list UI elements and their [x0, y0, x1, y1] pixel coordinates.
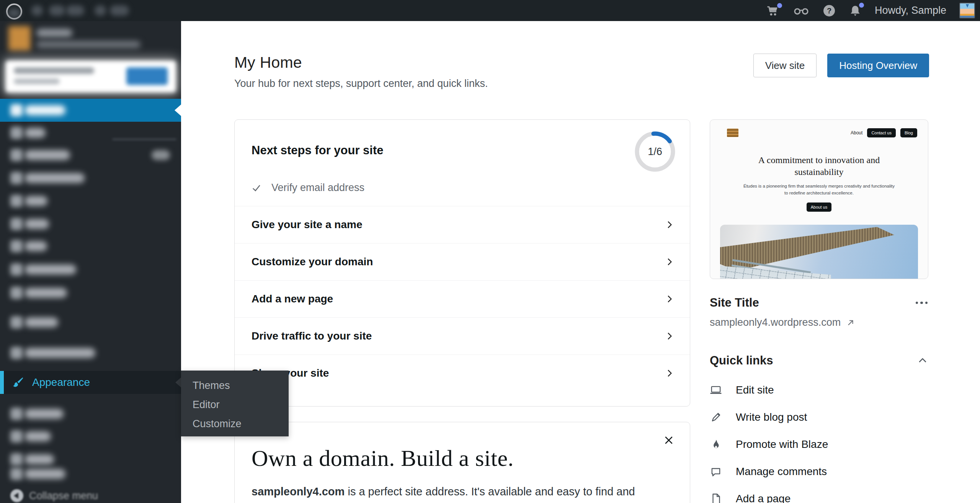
- redacted-site-domain: [36, 41, 140, 48]
- redacted-text-line: [14, 67, 94, 74]
- redacted-label: [24, 317, 58, 327]
- home-icon: [10, 104, 23, 116]
- admin-bar: ? Howdy, Sample: [0, 0, 980, 21]
- redacted-label: [24, 288, 67, 298]
- own-domain-body: sampleonly4.com is a perfect site addres…: [252, 483, 665, 503]
- sidebar-item-my-home[interactable]: [0, 99, 181, 122]
- quick-link-edit-site[interactable]: Edit site: [710, 381, 928, 399]
- chevron-right-icon: [665, 257, 675, 267]
- selected-item-arrow: [175, 105, 181, 116]
- sidebar-collapse-menu[interactable]: Collapse menu: [0, 485, 181, 503]
- task-row-site-name[interactable]: Give your site a name: [235, 206, 690, 243]
- preview-hero-photo: [720, 225, 918, 279]
- site-title: Site Title: [710, 296, 759, 310]
- site-preview-card[interactable]: About Contact us Blog A commitment to in…: [710, 119, 928, 279]
- close-icon[interactable]: [662, 434, 675, 447]
- svg-text:?: ?: [827, 7, 831, 15]
- redacted-label: [24, 196, 47, 206]
- redacted-site-title: [36, 29, 72, 37]
- preview-site-logo: [727, 129, 738, 137]
- sidebar-item-redacted-5[interactable]: [0, 213, 181, 235]
- sidebar-item-redacted-9[interactable]: [0, 311, 181, 333]
- redacted-icon: [10, 347, 23, 359]
- submenu-arrow: [175, 377, 181, 387]
- sidebar-item-redacted-12[interactable]: [0, 425, 181, 447]
- flyout-item-editor[interactable]: Editor: [181, 395, 289, 414]
- howdy-greeting[interactable]: Howdy, Sample: [875, 5, 946, 16]
- redacted-icon: [10, 430, 23, 443]
- preview-about-us-button: About us: [807, 203, 831, 212]
- sidebar-item-label: Appearance: [32, 376, 90, 389]
- sidebar-item-redacted-14[interactable]: [0, 463, 181, 485]
- redacted-icon: [10, 218, 23, 230]
- sidebar-item-redacted-6[interactable]: [0, 235, 181, 257]
- redacted-icon: [10, 316, 23, 328]
- redacted-text-line: [14, 78, 60, 84]
- sidebar-item-redacted-7[interactable]: [0, 258, 181, 281]
- redacted-label: [24, 348, 95, 358]
- notifications-badge-dot: [859, 3, 864, 8]
- preview-nav-about: About: [851, 130, 862, 136]
- redacted-label: [24, 219, 49, 229]
- collapse-label: Collapse menu: [29, 490, 98, 502]
- redacted-domain-upsell-card[interactable]: [5, 60, 176, 93]
- bell-icon[interactable]: [849, 4, 862, 17]
- redacted-label: [24, 409, 64, 419]
- quick-links-title: Quick links: [710, 354, 773, 367]
- sidebar-item-redacted-1[interactable]: [0, 122, 181, 144]
- redacted-site-name-2[interactable]: [66, 5, 84, 16]
- redacted-badge: [152, 150, 170, 160]
- task-row-add-page[interactable]: Add a new page: [235, 280, 690, 317]
- sidebar-item-redacted-11[interactable]: [0, 403, 181, 425]
- reader-icon[interactable]: [793, 5, 810, 16]
- redacted-logo-blur: [8, 8, 21, 18]
- site-domain-link[interactable]: sampleonly4.wordpress.com: [710, 317, 928, 328]
- quick-link-promote-blaze[interactable]: Promote with Blaze: [710, 436, 928, 453]
- page-title: My Home: [234, 54, 488, 72]
- redacted-label: [24, 431, 51, 441]
- flyout-item-themes[interactable]: Themes: [181, 376, 289, 395]
- task-row-share-site[interactable]: Share your site: [235, 354, 690, 392]
- task-row-drive-traffic[interactable]: Drive traffic to your site: [235, 317, 690, 354]
- hosting-overview-button[interactable]: Hosting Overview: [827, 54, 929, 77]
- redacted-site-menu-item[interactable]: [31, 5, 43, 16]
- sidebar-item-redacted-8[interactable]: [0, 282, 181, 304]
- collapse-arrow-icon: [10, 489, 23, 502]
- sidebar-item-appearance[interactable]: Appearance: [0, 371, 181, 394]
- preview-heading: A commitment to innovation and sustainab…: [739, 154, 900, 178]
- redacted-icon: [10, 149, 23, 161]
- task-row-customize-domain[interactable]: Customize your domain: [235, 243, 690, 280]
- view-site-button[interactable]: View site: [753, 54, 817, 77]
- sidebar-item-redacted-4[interactable]: [0, 190, 181, 212]
- redacted-label: [24, 469, 65, 479]
- preview-nav-contact: Contact us: [867, 128, 896, 137]
- chevron-up-icon[interactable]: [917, 355, 928, 366]
- site-domain-text: sampleonly4.wordpress.com: [710, 317, 841, 328]
- sidebar-item-redacted-10[interactable]: [0, 342, 181, 364]
- appearance-accent-bar: [0, 371, 4, 394]
- redacted-label: [24, 150, 70, 160]
- ellipsis-menu-icon[interactable]: [915, 299, 929, 307]
- redacted-label: [24, 173, 85, 183]
- progress-label: 1/6: [634, 131, 676, 173]
- quick-link-write-blog-post[interactable]: Write blog post: [710, 408, 928, 426]
- sidebar-item-redacted-2[interactable]: [0, 144, 181, 166]
- cart-badge-dot: [777, 3, 782, 8]
- quick-link-add-page[interactable]: Add a page: [710, 490, 928, 503]
- redacted-blue-button[interactable]: [126, 67, 168, 85]
- cart-icon[interactable]: [766, 5, 780, 17]
- laptop-icon: [710, 384, 722, 396]
- redacted-label: [24, 128, 46, 138]
- help-icon[interactable]: ?: [823, 4, 836, 17]
- flyout-item-customize[interactable]: Customize: [181, 414, 289, 433]
- redacted-site-name[interactable]: [49, 5, 65, 16]
- preview-text: Études is a pioneering firm that seamles…: [743, 183, 896, 196]
- next-steps-card: Next steps for your site 1/6 Verify emai…: [234, 119, 690, 407]
- sidebar-item-redacted-3[interactable]: [0, 167, 181, 189]
- redacted-new-item[interactable]: [110, 5, 129, 16]
- appearance-flyout-menu: Themes Editor Customize: [181, 371, 289, 436]
- redacted-label: [24, 265, 76, 274]
- user-avatar[interactable]: [959, 3, 975, 18]
- redacted-comments-item[interactable]: [95, 5, 106, 16]
- quick-link-manage-comments[interactable]: Manage comments: [710, 463, 928, 480]
